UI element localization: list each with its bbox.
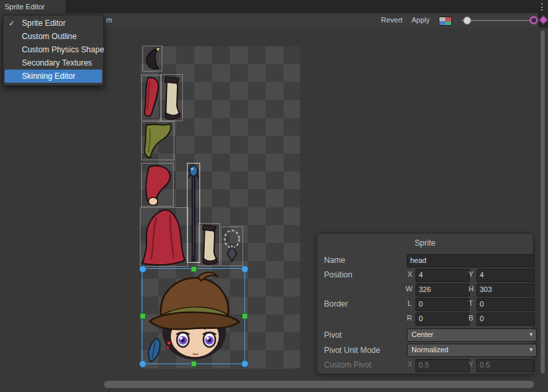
panel-title: Sprite	[317, 238, 533, 248]
cape-sprite[interactable]	[140, 208, 188, 266]
custom-pivot-x-field: 0.5	[415, 359, 470, 372]
staff-sprite[interactable]	[188, 164, 199, 262]
selection-handle-bottom-right[interactable]	[241, 360, 248, 368]
position-h-field[interactable]: 303	[476, 283, 534, 297]
selection-handle-top-mid[interactable]	[191, 266, 197, 272]
zoom-slider-track[interactable]	[461, 20, 535, 21]
r-axis-label: R	[407, 314, 412, 322]
menu-item-sprite-editor[interactable]: ✓ Sprite Editor	[5, 17, 102, 30]
position-w-field[interactable]: 326	[415, 283, 470, 297]
selection-handle-top-right[interactable]	[241, 266, 248, 273]
pivot-dropdown[interactable]: Center ▾	[407, 328, 537, 342]
name-label: Name	[324, 256, 345, 265]
color-mode-icon[interactable]	[439, 17, 452, 26]
sprite-selection-rect[interactable]	[142, 268, 245, 364]
y-axis-label: Y	[468, 270, 473, 278]
tab-label: Sprite Editor	[5, 3, 45, 11]
checkmark-icon: ✓	[9, 17, 15, 30]
boot-back-sprite[interactable]	[199, 224, 219, 266]
selection-handle-top-left[interactable]	[139, 266, 146, 273]
scarf-sprite[interactable]	[142, 122, 174, 160]
t-axis-label: T	[468, 299, 473, 307]
horizontal-scrollbar[interactable]	[0, 377, 548, 392]
position-x-field[interactable]: 4	[415, 269, 470, 282]
sprite-editor-window: Sprite Editor ⋮ m Revert Apply	[0, 0, 548, 392]
amulet-sprite[interactable]	[221, 227, 243, 266]
custom-pivot-label: Custom Pivot	[324, 360, 371, 369]
menu-item-secondary-textures[interactable]: Secondary Textures	[5, 56, 102, 70]
menu-item-skinning-editor[interactable]: Skinning Editor	[5, 70, 102, 83]
name-field[interactable]: head	[407, 254, 534, 268]
chevron-down-icon: ▾	[529, 344, 533, 355]
vertical-scrollbar[interactable]	[538, 28, 548, 377]
sprite-editor-mode-menu: ✓ Sprite Editor Custom Outline Custom Ph…	[3, 15, 104, 86]
hat-tip-sprite[interactable]	[143, 46, 162, 71]
selection-handle-bottom-left[interactable]	[139, 360, 146, 368]
trim-button-partial[interactable]: m	[106, 16, 112, 24]
arm-sprite[interactable]	[142, 75, 161, 120]
boot-front-sprite[interactable]	[161, 75, 182, 121]
border-b-field[interactable]: 0	[476, 313, 534, 326]
b-axis-label: B	[468, 314, 473, 322]
horizontal-scrollbar-thumb[interactable]	[104, 381, 534, 388]
kebab-menu-icon[interactable]: ⋮	[537, 1, 547, 13]
border-t-field[interactable]: 0	[476, 298, 534, 311]
mip-slider-thumb[interactable]	[529, 16, 538, 24]
h-axis-label: H	[468, 285, 474, 293]
sprite-inspector-panel: Sprite Name head Position X 4 Y 4 W 326 …	[317, 233, 533, 374]
w-axis-label: W	[406, 285, 412, 293]
border-l-field[interactable]: 0	[415, 298, 470, 311]
custom-pivot-x-axis-label: X	[408, 360, 412, 368]
custom-pivot-y-axis-label: Y	[468, 360, 473, 368]
custom-pivot-y-field: 0.5	[476, 359, 534, 372]
position-y-field[interactable]: 4	[476, 269, 534, 282]
pivot-label: Pivot	[324, 330, 342, 340]
menu-item-custom-physics-shape[interactable]: Custom Physics Shape	[5, 43, 102, 56]
title-bar: Sprite Editor ⋮	[0, 0, 548, 13]
sleeve-sprite[interactable]	[142, 164, 173, 206]
pivot-unit-mode-dropdown[interactable]: Normalized ▾	[407, 344, 537, 357]
pivot-unit-mode-label: Pivot Unit Mode	[324, 346, 380, 355]
selection-handle-bottom-mid[interactable]	[191, 361, 197, 367]
position-label: Position	[324, 270, 353, 279]
border-label: Border	[324, 299, 348, 309]
l-axis-label: L	[408, 299, 411, 307]
revert-button[interactable]: Revert	[381, 16, 402, 24]
menu-item-custom-outline[interactable]: Custom Outline	[5, 30, 102, 43]
selection-handle-right-mid[interactable]	[242, 313, 248, 319]
mipmap-icon	[539, 15, 548, 24]
zoom-slider-thumb[interactable]	[463, 17, 471, 24]
vertical-scrollbar-thumb[interactable]	[541, 30, 545, 373]
tab-sprite-editor[interactable]: Sprite Editor	[0, 0, 66, 13]
chevron-down-icon: ▾	[529, 329, 533, 340]
apply-button[interactable]: Apply	[411, 16, 430, 24]
x-axis-label: X	[408, 270, 412, 278]
selection-handle-left-mid[interactable]	[140, 313, 146, 319]
border-r-field[interactable]: 0	[415, 313, 470, 326]
